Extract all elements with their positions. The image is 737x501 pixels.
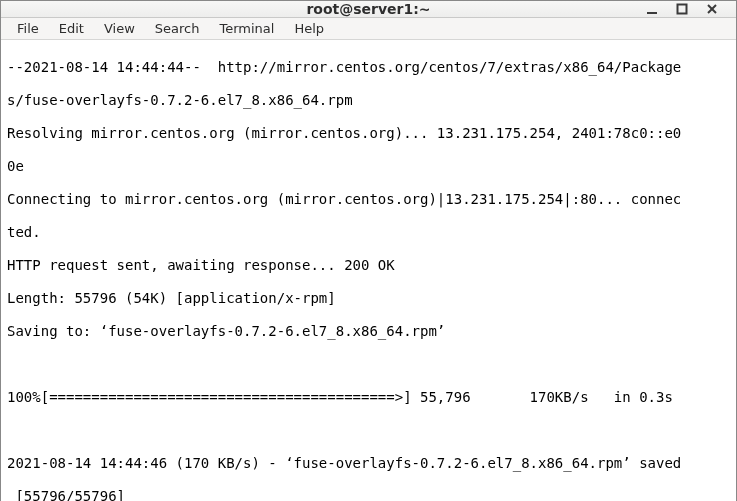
progress-line: 100%[===================================… [7,389,732,406]
terminal-area[interactable]: --2021-08-14 14:44:44-- http://mirror.ce… [1,40,736,501]
output-line: ted. [7,224,732,241]
menubar: File Edit View Search Terminal Help [1,18,736,40]
blank-line [7,422,732,439]
titlebar: root@server1:~ [1,1,736,18]
maximize-button[interactable] [674,1,690,17]
window-controls [644,1,730,17]
close-button[interactable] [704,1,720,17]
output-line: 0e [7,158,732,175]
output-line: Connecting to mirror.centos.org (mirror.… [7,191,732,208]
output-line: --2021-08-14 14:44:44-- http://mirror.ce… [7,59,732,76]
svg-rect-1 [678,5,687,14]
blank-line [7,356,732,373]
output-line: 2021-08-14 14:44:46 (170 KB/s) - ‘fuse-o… [7,455,732,472]
window-title: root@server1:~ [1,1,736,17]
menu-edit[interactable]: Edit [49,18,94,39]
output-line: [55796/55796] [7,488,732,501]
menu-view[interactable]: View [94,18,145,39]
output-line: s/fuse-overlayfs-0.7.2-6.el7_8.x86_64.rp… [7,92,732,109]
menu-terminal[interactable]: Terminal [209,18,284,39]
output-line: Resolving mirror.centos.org (mirror.cent… [7,125,732,142]
menu-help[interactable]: Help [284,18,334,39]
output-line: Length: 55796 (54K) [application/x-rpm] [7,290,732,307]
output-line: Saving to: ‘fuse-overlayfs-0.7.2-6.el7_8… [7,323,732,340]
terminal-window: root@server1:~ File Edit View Search Ter… [0,0,737,501]
minimize-button[interactable] [644,1,660,17]
menu-file[interactable]: File [7,18,49,39]
output-line: HTTP request sent, awaiting response... … [7,257,732,274]
menu-search[interactable]: Search [145,18,210,39]
